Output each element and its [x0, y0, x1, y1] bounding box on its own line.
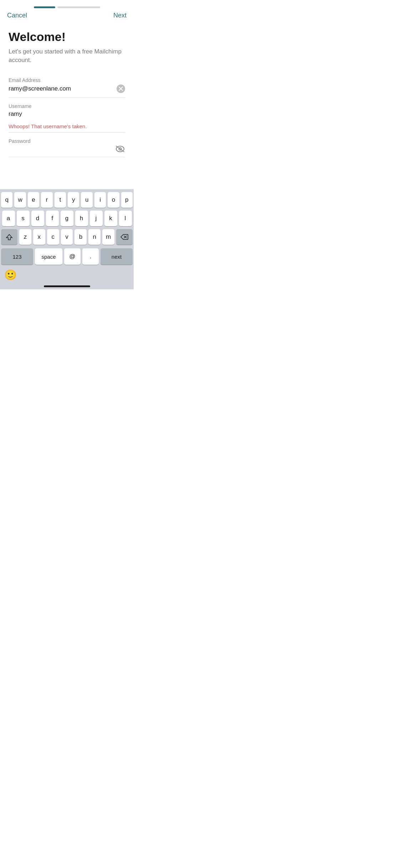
home-indicator — [44, 285, 90, 287]
keyboard[interactable]: q w e r t y u i o p a s d f g h j k l — [0, 189, 134, 289]
shift-key[interactable] — [1, 229, 17, 245]
password-label: Password — [9, 138, 125, 144]
password-field-row — [9, 145, 125, 157]
key-h[interactable]: h — [75, 211, 88, 226]
key-g[interactable]: g — [61, 211, 73, 226]
key-r[interactable]: r — [41, 192, 52, 208]
key-x[interactable]: x — [33, 229, 45, 245]
cancel-button[interactable]: Cancel — [7, 12, 27, 19]
key-v[interactable]: v — [61, 229, 73, 245]
key-t[interactable]: t — [55, 192, 66, 208]
username-field: Username ramy Whoops! That username's ta… — [9, 98, 125, 133]
email-value[interactable]: ramy@screenlane.com — [9, 85, 117, 92]
at-key[interactable]: @ — [64, 248, 81, 265]
key-k[interactable]: k — [104, 211, 117, 226]
key-a[interactable]: a — [2, 211, 15, 226]
key-p[interactable]: p — [121, 192, 133, 208]
space-key[interactable]: space — [35, 248, 62, 265]
email-clear-button[interactable] — [117, 84, 125, 93]
backspace-key[interactable] — [116, 229, 133, 245]
username-error: Whoops! That username's taken. — [9, 123, 125, 129]
key-i[interactable]: i — [94, 192, 106, 208]
username-field-row: ramy — [9, 110, 125, 122]
key-d[interactable]: d — [31, 211, 44, 226]
key-y[interactable]: y — [68, 192, 79, 208]
username-value[interactable]: ramy — [9, 110, 125, 118]
email-field: Email Address ramy@screenlane.com — [9, 77, 125, 98]
key-j[interactable]: j — [90, 211, 103, 226]
email-field-row: ramy@screenlane.com — [9, 84, 125, 97]
keyboard-row-1: q w e r t y u i o p — [1, 192, 133, 208]
page-title: Welcome! — [9, 30, 125, 44]
key-n[interactable]: n — [88, 229, 101, 245]
password-divider — [9, 157, 125, 157]
key-f[interactable]: f — [46, 211, 59, 226]
progress-step-2 — [57, 6, 100, 8]
password-field: Password — [9, 133, 125, 157]
key-o[interactable]: o — [108, 192, 119, 208]
password-toggle-button[interactable] — [115, 145, 125, 153]
keyboard-row-2: a s d f g h j k l — [1, 211, 133, 226]
key-z[interactable]: z — [19, 229, 31, 245]
key-q[interactable]: q — [1, 192, 12, 208]
key-b[interactable]: b — [74, 229, 87, 245]
key-m[interactable]: m — [102, 229, 114, 245]
key-w[interactable]: w — [14, 192, 26, 208]
numbers-key[interactable]: 123 — [1, 248, 33, 265]
keyboard-next-key[interactable]: next — [101, 248, 133, 265]
emoji-button[interactable]: 🙂 — [4, 269, 17, 281]
username-label: Username — [9, 103, 125, 109]
key-c[interactable]: c — [47, 229, 59, 245]
key-s[interactable]: s — [17, 211, 30, 226]
keyboard-row-3: z x c v b n m — [1, 229, 133, 245]
progress-step-1 — [34, 6, 55, 8]
page-subtitle: Let's get you started with a free Mailch… — [9, 47, 125, 64]
main-content: Welcome! Let's get you started with a fr… — [0, 23, 134, 157]
email-label: Email Address — [9, 77, 125, 83]
key-u[interactable]: u — [81, 192, 92, 208]
keyboard-bottom-row: 123 space @ . next — [0, 248, 134, 266]
top-navigation: Cancel Next — [0, 8, 134, 23]
key-l[interactable]: l — [119, 211, 132, 226]
key-e[interactable]: e — [28, 192, 39, 208]
period-key[interactable]: . — [82, 248, 99, 265]
progress-bar — [0, 0, 134, 8]
next-button[interactable]: Next — [113, 12, 127, 19]
keyboard-keys: q w e r t y u i o p a s d f g h j k l — [0, 189, 134, 248]
